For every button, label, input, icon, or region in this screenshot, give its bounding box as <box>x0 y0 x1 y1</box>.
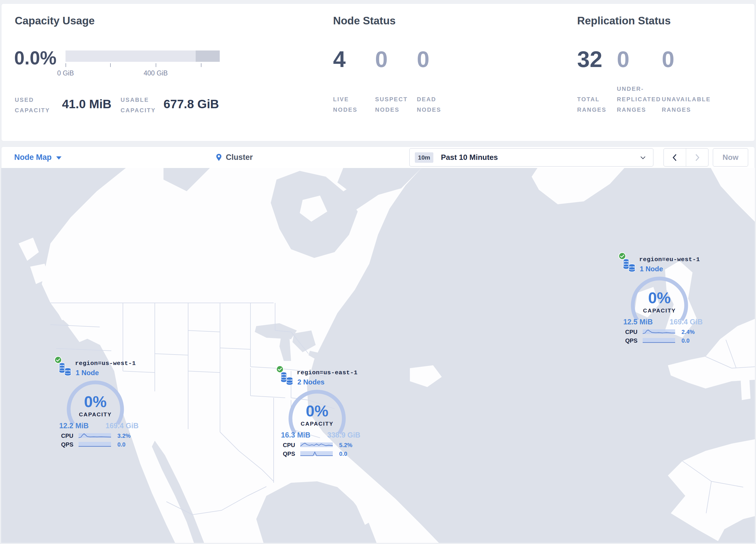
capacity-label: CAPACITY <box>69 411 121 418</box>
capacity-percent: 0% <box>295 402 339 420</box>
qps-label: QPS <box>55 441 73 448</box>
breadcrumb-label: Cluster <box>226 153 253 162</box>
total-ranges-label: TOTAL RANGES <box>577 94 612 115</box>
view-selector-label: Node Map <box>14 153 52 162</box>
time-range-value: Past 10 Minutes <box>441 153 498 162</box>
usable-capacity-label: USABLE CAPACITY <box>121 95 161 115</box>
map-toolbar: Node Map Cluster 10m Past 10 Minutes <box>1 146 755 168</box>
now-button[interactable]: Now <box>713 148 748 166</box>
region-label: region=eu-west-1 <box>639 256 700 263</box>
unavailable-ranges-label: UNAVAILABLE RANGES <box>662 94 723 115</box>
cpu-label: CPU <box>277 442 295 449</box>
axis-tick <box>110 63 111 67</box>
database-nodes-icon <box>623 258 636 272</box>
axis-tick-label: 0 GiB <box>51 69 80 77</box>
capacity-percent: 0.0% <box>14 47 57 69</box>
axis-tick-label: 400 GiB <box>141 69 170 77</box>
database-nodes-icon <box>281 372 293 385</box>
replication-status-title: Replication Status <box>577 15 671 27</box>
qps-value: 0.0 <box>339 451 347 457</box>
cpu-sparkline <box>300 442 333 449</box>
time-range-badge: 10m <box>415 152 433 163</box>
time-range-dropdown[interactable]: 10m Past 10 Minutes <box>409 148 653 166</box>
time-step-buttons <box>664 148 708 166</box>
suspect-nodes-count: 0 <box>375 48 388 70</box>
axis-tick <box>201 63 201 67</box>
database-nodes-icon <box>59 362 72 376</box>
cpu-label: CPU <box>55 433 73 439</box>
now-button-label: Now <box>713 153 748 162</box>
cpu-sparkline <box>643 329 675 336</box>
region-label: region=us-west-1 <box>75 360 136 367</box>
capacity-bar <box>66 50 220 62</box>
node-status-title: Node Status <box>333 15 396 27</box>
caret-down-icon <box>56 156 61 159</box>
region-marker-us-west-1[interactable]: region=us-west-1 1 Node 0% CAPACITY 12.2… <box>52 354 139 452</box>
region-marker-us-east-1[interactable]: region=us-east-1 2 Nodes 0% CAPACITY 16.… <box>274 363 361 462</box>
total-ranges-count: 32 <box>577 48 602 70</box>
cpu-value: 2.4% <box>682 329 695 336</box>
qps-value: 0.0 <box>682 338 690 344</box>
axis-tick <box>156 63 156 67</box>
total-capacity: 169.4 GiB <box>668 318 704 326</box>
cpu-value: 3.2% <box>117 433 131 439</box>
capacity-label: CAPACITY <box>633 308 686 314</box>
cpu-sparkline <box>79 432 111 439</box>
chevron-left-icon <box>672 153 678 162</box>
used-capacity-value: 41.0 MiB <box>62 97 111 111</box>
capacity-label: CAPACITY <box>291 421 343 427</box>
axis-tick <box>66 63 66 67</box>
dead-nodes-label: DEAD NODES <box>417 94 452 115</box>
unavailable-ranges-count: 0 <box>662 48 674 70</box>
capacity-usage-title: Capacity Usage <box>15 15 95 27</box>
cluster-summary-bar: Capacity Usage 0.0% 0 GiB 400 GiB USED C… <box>1 3 755 141</box>
under-replicated-label: UNDER-REPLICATED RANGES <box>617 84 667 115</box>
capacity-bar-nonusable-segment <box>196 50 220 62</box>
cpu-value: 5.2% <box>339 442 352 449</box>
used-capacity: 16.3 MiB <box>278 431 314 439</box>
live-nodes-count: 4 <box>333 48 346 70</box>
qps-sparkline <box>643 337 675 344</box>
node-map-page: Capacity Usage 0.0% 0 GiB 400 GiB USED C… <box>0 0 756 544</box>
chevron-down-icon <box>639 154 647 161</box>
used-capacity: 12.2 MiB <box>56 422 92 430</box>
node-count-link[interactable]: 2 Nodes <box>297 378 324 386</box>
capacity-percent: 0% <box>638 289 681 307</box>
used-capacity-label: USED CAPACITY <box>15 95 55 115</box>
prev-interval-button[interactable] <box>664 148 686 166</box>
qps-value: 0.0 <box>117 441 126 448</box>
capacity-percent: 0% <box>74 393 117 411</box>
under-replicated-count: 0 <box>617 48 629 70</box>
view-selector-dropdown[interactable]: Node Map <box>14 147 61 168</box>
node-count-link[interactable]: 1 Node <box>76 369 99 377</box>
cpu-label: CPU <box>619 329 637 336</box>
node-map[interactable]: region=us-west-1 1 Node 0% CAPACITY 12.2… <box>1 168 755 543</box>
breadcrumb[interactable]: Cluster <box>215 147 253 168</box>
dead-nodes-count: 0 <box>417 48 429 70</box>
region-label: region=us-east-1 <box>297 369 358 376</box>
live-nodes-label: LIVE NODES <box>333 94 368 115</box>
qps-sparkline <box>79 441 111 448</box>
map-pin-icon <box>215 153 223 162</box>
chevron-right-icon <box>694 153 700 162</box>
total-capacity: 169.4 GiB <box>104 422 140 430</box>
suspect-nodes-label: SUSPECT NODES <box>375 94 416 115</box>
usable-capacity-value: 677.8 GiB <box>163 97 219 111</box>
qps-sparkline <box>300 450 333 457</box>
used-capacity: 12.5 MiB <box>620 318 656 326</box>
qps-label: QPS <box>619 338 637 344</box>
region-marker-eu-west-1[interactable]: region=eu-west-1 1 Node 0% CAPACITY 12.5… <box>616 250 703 349</box>
next-interval-button[interactable] <box>686 148 708 166</box>
qps-label: QPS <box>277 451 295 457</box>
total-capacity: 338.9 GiB <box>326 431 362 439</box>
node-count-link[interactable]: 1 Node <box>640 265 663 273</box>
